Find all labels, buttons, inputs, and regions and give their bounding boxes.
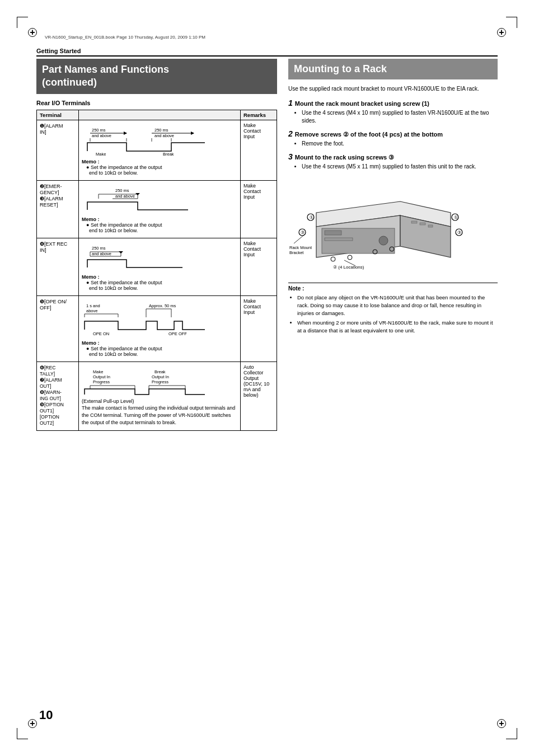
col-header-diagram (79, 110, 241, 120)
mounting-title-box: Mounting to a Rack (288, 59, 498, 79)
terminal-cell-rec-tally: ❻[RECTALLY]❼[ALARMOUT]❽[WARN-ING OUT]❾[O… (37, 361, 79, 430)
svg-text:③: ③ (457, 230, 461, 235)
corner-tl (17, 17, 28, 28)
note-box: Note : Do not place any object on the VR… (288, 283, 498, 335)
rec-tally-description: (External Pull-up Level) The make contac… (82, 398, 237, 426)
svg-text:①: ① (454, 215, 458, 220)
memo-ext-rec: Memo : ● Set the impedance at the output… (82, 274, 237, 291)
svg-text:250 ms: 250 ms (92, 128, 106, 133)
note-bullet-1: Do not place any object on the VR-N1600U… (297, 294, 498, 317)
corner-tr (506, 17, 517, 28)
svg-text:OPE ON: OPE ON (93, 331, 109, 336)
step-1-header: 1 Mount the rack mount bracket using scr… (288, 98, 498, 107)
reg-mark-tl (28, 28, 37, 37)
step-3: 3 Mount to the rack using screws ③ Use t… (288, 152, 498, 171)
remarks-ext-rec: MakeContactInput (241, 238, 277, 295)
svg-text:Output In: Output In (93, 374, 110, 379)
step-2: 2 Remove screws ② of the foot (4 pcs) at… (288, 129, 498, 148)
remarks-ope: MakeContactInput (241, 295, 277, 361)
step-3-heading: Mount to the rack using screws ③ (295, 154, 394, 161)
content-area: Getting Started Part Names and Functions… (36, 48, 498, 711)
timing-svg-alarm-in: 250 ms 250 ms and above and above (82, 126, 216, 157)
step-1-bullet-1: Use the 4 screws (M4 x 10 mm) supplied t… (302, 109, 498, 125)
step-2-bullet-1: Remove the foot. (302, 140, 498, 148)
svg-text:250 ms: 250 ms (115, 188, 129, 193)
remarks-alarm-in: MakeContactInput (241, 120, 277, 180)
timing-svg-ext-rec: 250 ms and above (82, 244, 194, 272)
step-1-bullets: Use the 4 screws (M4 x 10 mm) supplied t… (302, 109, 498, 125)
svg-text:Make: Make (96, 152, 106, 157)
svg-marker-27 (119, 251, 123, 253)
note-bullets: Do not place any object on the VR-N1600U… (297, 294, 498, 335)
mounting-title: Mounting to a Rack (294, 63, 492, 75)
memo-ope: Memo : ● Set the impedance at the output… (82, 340, 237, 357)
svg-text:Progress: Progress (93, 379, 110, 384)
timing-svg-ope: 1 s and above Approx. 50 ms (82, 302, 210, 338)
step-2-header: 2 Remove screws ② of the foot (4 pcs) at… (288, 129, 498, 138)
svg-text:③: ③ (301, 230, 305, 235)
svg-text:OPE OFF: OPE OFF (168, 331, 187, 336)
step-1-number: 1 (288, 98, 293, 107)
corner-br (506, 728, 517, 739)
svg-text:above: above (86, 308, 97, 313)
svg-line-72 (294, 235, 304, 243)
memo-alarm-in: Memo : ● Set the impedance at the output… (82, 159, 237, 176)
remarks-rec-tally: AutoCollectorOutput(DC15V, 10mA andbelow… (241, 361, 277, 430)
file-info: VR-N1600_Startup_EN_001B.book Page 10 Th… (45, 35, 205, 40)
svg-rect-55 (325, 231, 341, 235)
reg-mark-tr (497, 28, 506, 37)
svg-text:250 ms: 250 ms (154, 128, 168, 133)
table-row: ❹[EXT RECIN] 250 ms and above (37, 238, 277, 295)
remarks-emgcy: MakeContactInput (241, 180, 277, 238)
part-names-title-box: Part Names and Functions (continued) (36, 59, 277, 94)
reg-mark-bl (28, 719, 37, 728)
table-row: ❺[OPE ON/OFF] 1 s and above Approx. 50 m… (37, 295, 277, 361)
rack-illustration: ① ① ③ ③ ② (4 Loca (288, 179, 473, 274)
step-1-heading: Mount the rack mount bracket using screw… (295, 100, 429, 107)
diagram-cell-rec-tally: Make Output In Progress Break Output In … (79, 361, 241, 430)
svg-text:Output In: Output In (152, 374, 169, 379)
getting-started-header: Getting Started (36, 48, 498, 57)
terminal-cell-emgcy: ❷[EMER-GENCY]❸[ALARMRESET] (37, 180, 79, 238)
part-names-title: Part Names and Functions (continued) (42, 63, 271, 90)
svg-rect-57 (325, 238, 353, 241)
svg-text:and above: and above (154, 133, 174, 138)
diagram-cell-alarm-in: 250 ms 250 ms and above and above (79, 120, 241, 180)
svg-text:Rack Mount: Rack Mount (289, 245, 312, 250)
svg-point-56 (379, 236, 388, 245)
svg-text:1 s and: 1 s and (86, 303, 100, 308)
svg-text:and above: and above (92, 133, 111, 138)
timing-svg-emgcy: 250 ms and above (82, 186, 194, 214)
svg-text:250 ms: 250 ms (92, 246, 106, 251)
step-2-heading: Remove screws ② of the foot (4 pcs) at t… (295, 131, 443, 138)
step-3-bullets: Use the 4 screws (M5 x 11 mm) supplied t… (302, 163, 498, 171)
svg-rect-77 (428, 225, 433, 227)
terminal-cell-ext-rec: ❹[EXT RECIN] (37, 238, 79, 295)
svg-text:Break: Break (154, 369, 166, 374)
diagram-cell-emgcy: 250 ms and above (79, 180, 241, 238)
terminal-cell-alarm-in: ❶[ALARMIN] (37, 120, 79, 180)
svg-text:Break: Break (163, 152, 174, 157)
reg-mark-br (497, 719, 506, 728)
step-3-header: 3 Mount to the rack using screws ③ (288, 152, 498, 161)
svg-text:② (4 Locations): ② (4 Locations) (333, 265, 364, 270)
terminal-table: Terminal Remarks ❶[ALARMIN] (36, 110, 277, 431)
corner-bl (17, 728, 28, 739)
rear-io-heading: Rear I/O Terminals (36, 100, 277, 106)
right-column: Mounting to a Rack Use the supplied rack… (288, 59, 498, 431)
svg-point-67 (348, 255, 352, 260)
rack-diagram: ① ① ③ ③ ② (4 Loca (288, 179, 498, 274)
table-row: ❶[ALARMIN] 250 ms 250 ms and above (37, 120, 277, 180)
svg-rect-76 (420, 223, 425, 225)
col-header-remarks: Remarks (241, 110, 277, 120)
svg-text:Approx. 50 ms: Approx. 50 ms (149, 303, 176, 308)
step-2-bullets: Remove the foot. (302, 140, 498, 148)
svg-rect-75 (411, 221, 417, 223)
step-3-bullet-1: Use the 4 screws (M5 x 11 mm) supplied t… (302, 163, 498, 171)
step-1: 1 Mount the rack mount bracket using scr… (288, 98, 498, 125)
svg-text:Progress: Progress (152, 379, 168, 384)
step-3-number: 3 (288, 152, 293, 161)
step-2-number: 2 (288, 129, 293, 138)
timing-svg-rec-tally: Make Output In Progress Break Output In … (82, 368, 210, 396)
two-column-layout: Part Names and Functions (continued) Rea… (36, 59, 498, 431)
